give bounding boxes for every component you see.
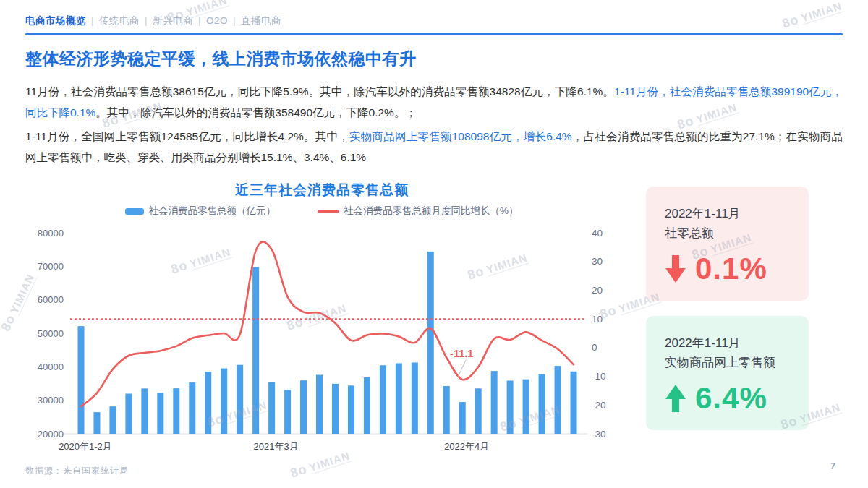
paragraph-2: 1-11月份，全国网上零售额124585亿元，同比增长4.2%。其中，实物商品网… (25, 126, 843, 168)
bar (300, 380, 307, 434)
right-axis-tick: 0 (592, 342, 597, 353)
bar (443, 386, 450, 434)
growth-line (81, 241, 574, 406)
bar (173, 388, 179, 434)
arrow-down-icon (665, 255, 686, 283)
right-axis-tick: 10 (592, 314, 603, 325)
nav-separator: | (91, 15, 94, 26)
kpi-card-online-retail: 2022年1-11月 实物商品网上零售额 6.4% (646, 316, 809, 430)
kpi-period: 2022年1-11月 (665, 333, 809, 353)
x-axis-label: 2020年1-2月 (59, 441, 112, 452)
kpi-card-total-retail: 2022年1-11月 社零总额 0.1% (646, 187, 809, 301)
nav-tab-0[interactable]: 传统电商 (99, 15, 140, 26)
page-title: 整体经济形势稳定平缓，线上消费市场依然稳中有升 (25, 48, 417, 70)
kpi-label: 社零总额 (665, 223, 809, 243)
paragraph-1: 11月份，社会消费品零售总额38615亿元，同比下降5.9%。其中，除汽车以外的… (25, 81, 843, 123)
bar (141, 388, 148, 434)
right-axis-tick: 20 (592, 285, 603, 296)
bar (78, 326, 85, 434)
nav-separator: | (145, 15, 148, 26)
kpi-value: 6.4% (695, 381, 767, 416)
bar (507, 380, 514, 434)
nav-tab-2[interactable]: O2O (206, 15, 228, 26)
nav-tab-3[interactable]: 直播电商 (241, 15, 281, 26)
chart-legend: 社会消费品零售总额（亿元） 社会消费品零售总额月度同比增长（%） (22, 205, 622, 218)
x-axis-label: 2021年3月 (254, 441, 299, 452)
left-axis-tick: 20000 (38, 429, 64, 440)
nav-tab-1[interactable]: 新兴电商 (153, 15, 193, 26)
right-axis-tick: 40 (592, 228, 603, 239)
legend-bar-label: 社会消费品零售总额（亿元） (148, 205, 276, 218)
yimian-logo-icon: 8o (780, 12, 801, 31)
body-text: 11月份，社会消费品零售总额38615亿元，同比下降5.9%。其中，除汽车以外的… (25, 85, 614, 98)
left-axis-tick: 60000 (38, 294, 64, 305)
annotation-label: -11.1 (450, 348, 473, 359)
bar (459, 402, 466, 434)
bar (93, 412, 100, 434)
bar (157, 393, 163, 434)
left-axis-tick: 40000 (38, 361, 64, 372)
arrow-up-icon (665, 385, 686, 412)
bar (412, 362, 418, 434)
bar (539, 374, 545, 434)
bar (268, 382, 275, 434)
bar (380, 365, 386, 434)
legend-item-bar: 社会消费品零售总额（亿元） (125, 205, 276, 218)
left-axis-tick: 80000 (38, 228, 64, 239)
bar (109, 406, 116, 434)
left-axis-tick: 70000 (38, 261, 64, 272)
right-axis-tick: 30 (592, 256, 603, 267)
page-number: 7 (830, 461, 835, 471)
bar (348, 385, 354, 434)
bar (237, 365, 243, 434)
bar (396, 364, 402, 434)
bar (571, 372, 577, 434)
annotation-leader-line (458, 360, 466, 377)
right-axis-tick: -30 (592, 429, 606, 440)
highlighted-text: 实物商品网上零售额108098亿元，增长6.4% (349, 130, 572, 142)
bar (316, 375, 323, 434)
datasource-note: 数据源：来自国家统计局 (25, 465, 129, 477)
nav-separator: | (233, 15, 236, 26)
line-swatch-icon (318, 210, 339, 213)
bar (427, 252, 434, 434)
retail-chart: 近三年社会消费品零售总额 社会消费品零售总额（亿元） 社会消费品零售总额月度同比… (0, 177, 622, 466)
bar (555, 366, 561, 434)
kpi-period: 2022年1-11月 (665, 204, 809, 223)
nav-tab-active[interactable]: 电商市场概览 (25, 15, 86, 26)
right-axis-tick: -20 (592, 400, 606, 411)
slide: 电商市场概览|传统电商|新兴电商|O2O|直播电商 整体经济形势稳定平缓，线上消… (0, 0, 868, 488)
bar (125, 394, 132, 434)
yimian-text: YIMIAN (799, 0, 843, 25)
kpi-label: 实物商品网上零售额 (665, 353, 809, 372)
right-axis-tick: -10 (592, 371, 606, 382)
yimian-watermark: 8oYIMIAN (780, 0, 844, 32)
bar (491, 371, 498, 434)
nav-divider (25, 33, 843, 35)
bar (364, 377, 370, 434)
bar (332, 384, 339, 434)
legend-line-label: 社会消费品零售总额月度同比增长（%） (344, 205, 519, 218)
top-nav: 电商市场概览|传统电商|新兴电商|O2O|直播电商 (25, 14, 281, 27)
body-text: 。其中，除汽车以外的消费品零售额358490亿元，下降0.2%。； (95, 106, 417, 119)
chart-plot: 20000300004000050000600007000080000-30-2… (0, 221, 622, 466)
bar-swatch-icon (125, 208, 144, 215)
bar (205, 372, 211, 434)
bar (523, 380, 529, 434)
nav-separator: | (198, 15, 201, 26)
chart-title: 近三年社会消费品零售总额 (22, 181, 622, 200)
x-axis-label: 2022年4月 (444, 441, 489, 452)
legend-item-line: 社会消费品零售总额月度同比增长（%） (318, 205, 519, 218)
bar (252, 267, 259, 434)
bar (475, 388, 482, 434)
kpi-value: 0.1% (695, 252, 767, 286)
body-text: 1-11月份，全国网上零售额124585亿元，同比增长4.2%。其中， (25, 130, 349, 142)
left-axis-tick: 30000 (38, 395, 64, 406)
bar (221, 369, 227, 434)
bar (284, 390, 291, 434)
left-axis-tick: 50000 (38, 328, 64, 339)
bar (189, 382, 195, 434)
